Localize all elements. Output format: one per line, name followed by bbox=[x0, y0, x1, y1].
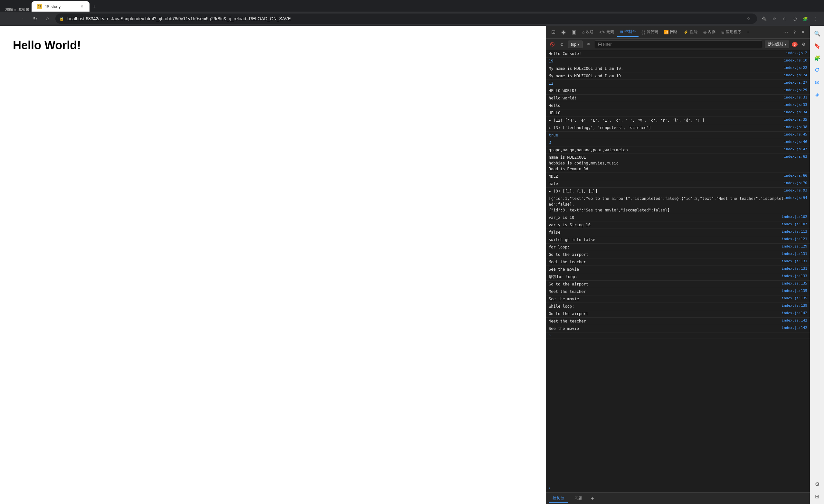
row-content: while loop: bbox=[549, 303, 782, 309]
console-settings-btn[interactable]: ⚙ bbox=[800, 41, 807, 48]
row-content: HELLO WORLD! bbox=[549, 88, 784, 94]
devtools-panel: ⊡ ◉ ▣ ⌂ 欢迎 </> 元素 ⊞ 控制台 bbox=[546, 26, 810, 504]
welcome-icon: ⌂ bbox=[582, 30, 585, 34]
address-bar[interactable]: 🔒 localhost:63342/learn-JavaScript/index… bbox=[56, 13, 757, 24]
row-content: Go to the airport bbox=[549, 311, 782, 317]
console-tab-btn[interactable]: ⊞ 控制台 bbox=[617, 28, 638, 37]
history-button[interactable]: ◷ bbox=[791, 14, 800, 23]
row-link[interactable]: index.js:66 bbox=[784, 173, 807, 178]
sidebar-time-btn[interactable]: ⏱ bbox=[812, 65, 822, 75]
application-tab-btn[interactable]: ⊟ 应用程序 bbox=[719, 28, 744, 37]
more-tools-btn[interactable]: + bbox=[744, 28, 752, 37]
clear-console-btn[interactable]: 🚫 bbox=[549, 41, 556, 48]
live-expressions-btn[interactable]: 👁 bbox=[585, 41, 592, 48]
row-link[interactable]: index.js:31 bbox=[784, 95, 807, 100]
row-link[interactable]: index.js:35 bbox=[784, 117, 807, 122]
elements-label: 元素 bbox=[606, 29, 614, 35]
forward-button[interactable]: → bbox=[17, 13, 27, 24]
home-button[interactable]: ⌂ bbox=[42, 13, 53, 24]
row-content: 12 bbox=[549, 81, 784, 86]
back-button[interactable]: ← bbox=[4, 13, 14, 24]
new-tab-button[interactable]: + bbox=[90, 3, 99, 12]
row-link[interactable]: index.js:142 bbox=[782, 326, 807, 330]
row-link[interactable]: index.js:133 bbox=[782, 274, 807, 278]
elements-tab-btn[interactable]: </> 元素 bbox=[597, 28, 616, 37]
row-content: MDLZ bbox=[549, 173, 784, 179]
row-link[interactable]: index.js:33 bbox=[784, 103, 807, 107]
row-link[interactable]: index.js:34 bbox=[784, 110, 807, 114]
row-link[interactable]: index.js:131 bbox=[782, 259, 807, 263]
row-link[interactable]: index.js:131 bbox=[782, 252, 807, 256]
refresh-button[interactable]: ↻ bbox=[30, 13, 40, 24]
extension-btn2[interactable]: 🧩 bbox=[801, 14, 810, 23]
collections-button[interactable]: ⊕ bbox=[780, 14, 789, 23]
row-link[interactable]: index.js:131 bbox=[782, 266, 807, 271]
row-link[interactable]: index.js:22 bbox=[784, 66, 807, 70]
row-link[interactable]: index.js:139 bbox=[782, 303, 807, 308]
devtools-more-btn[interactable]: ⋯ bbox=[781, 29, 790, 35]
inspect-toggle-btn[interactable]: ◉ bbox=[559, 28, 568, 37]
console-bottom-tab[interactable]: 控制台 bbox=[549, 494, 568, 503]
memory-tab-btn[interactable]: ◎ 内存 bbox=[701, 28, 718, 37]
row-link[interactable]: index.js:47 bbox=[784, 147, 807, 151]
sidebar-settings-btn[interactable]: ⚙ bbox=[812, 479, 822, 489]
row-link[interactable]: index.js:45 bbox=[784, 132, 807, 136]
console-row: [{"id":1,"text":"Go to the airport","isc… bbox=[546, 195, 810, 214]
share-button[interactable]: ⋮ bbox=[811, 14, 820, 23]
dock-toggle-btn[interactable]: ▣ bbox=[569, 28, 579, 37]
row-link[interactable]: index.js:24 bbox=[784, 73, 807, 77]
row-content: Go to the airport bbox=[549, 281, 782, 287]
row-link[interactable]: index.js:2 bbox=[786, 51, 807, 55]
sidebar-share-btn[interactable]: ◈ bbox=[812, 90, 822, 100]
row-link[interactable]: index.js:135 bbox=[782, 289, 807, 293]
row-link[interactable]: index.js:10 bbox=[784, 58, 807, 62]
row-link[interactable]: index.js:63 bbox=[784, 154, 807, 159]
star-button[interactable]: ☆ bbox=[744, 14, 753, 23]
row-link[interactable]: index.js:113 bbox=[782, 230, 807, 234]
sidebar-heart-btn[interactable]: 🔖 bbox=[812, 40, 822, 51]
dock-icon: ▣ bbox=[572, 29, 577, 35]
add-tab-btn[interactable]: + bbox=[589, 495, 596, 502]
active-tab[interactable]: JS JS study ✕ bbox=[31, 1, 90, 12]
row-link[interactable]: index.js:102 bbox=[782, 215, 807, 219]
log-level-selector[interactable]: 默认级别 ▾ bbox=[765, 40, 789, 48]
sidebar-puzzle-btn[interactable]: 🧩 bbox=[812, 53, 822, 63]
tab-close-button[interactable]: ✕ bbox=[79, 4, 84, 9]
sidebar-expand-btn[interactable]: ⊞ bbox=[812, 491, 822, 501]
console-cursor: › bbox=[549, 333, 551, 338]
console-icon: ⊞ bbox=[620, 30, 623, 34]
row-link[interactable]: index.js:70 bbox=[784, 181, 807, 185]
row-link[interactable]: index.js:27 bbox=[784, 81, 807, 85]
issues-bottom-tab[interactable]: 问题 bbox=[571, 494, 586, 503]
performance-tab-btn[interactable]: ⚡ 性能 bbox=[681, 28, 700, 37]
context-selector[interactable]: top ▾ bbox=[568, 40, 583, 48]
row-link[interactable]: index.js:129 bbox=[782, 244, 807, 248]
filter-input[interactable] bbox=[603, 42, 759, 47]
extension-btn1[interactable]: 🔌 bbox=[759, 14, 768, 23]
console-output[interactable]: Hello Console!index.js:219index.js:10My … bbox=[546, 50, 810, 483]
help-btn[interactable]: ? bbox=[791, 28, 798, 37]
row-link[interactable]: index.js:38 bbox=[784, 125, 807, 129]
row-link[interactable]: index.js:93 bbox=[784, 188, 807, 193]
row-link[interactable]: index.js:135 bbox=[782, 281, 807, 285]
row-content: ► (3) ['technology', 'computers', 'scien… bbox=[549, 125, 784, 131]
row-link[interactable]: index.js:121 bbox=[782, 237, 807, 241]
elements-toggle-btn[interactable]: ⊡ bbox=[549, 28, 558, 37]
close-devtools-btn[interactable]: ✕ bbox=[799, 28, 807, 37]
row-link[interactable]: index.js:29 bbox=[784, 88, 807, 92]
row-link[interactable]: index.js:107 bbox=[782, 222, 807, 226]
filter-toggle-btn[interactable]: ⊘ bbox=[558, 41, 565, 48]
row-link[interactable]: index.js:142 bbox=[782, 318, 807, 323]
network-tab-btn[interactable]: 📶 网络 bbox=[661, 28, 681, 37]
sidebar-outlook-btn[interactable]: ✉ bbox=[812, 77, 822, 88]
row-link[interactable]: index.js:46 bbox=[784, 140, 807, 144]
sources-tab-btn[interactable]: { } 源代码 bbox=[639, 28, 661, 37]
favorites-button[interactable]: ☆ bbox=[770, 14, 779, 23]
row-link[interactable]: index.js:135 bbox=[782, 296, 807, 300]
sidebar-search-btn[interactable]: 🔍 bbox=[812, 28, 822, 39]
welcome-tab-btn[interactable]: ⌂ 欢迎 bbox=[580, 28, 596, 37]
row-link[interactable]: index.js:94 bbox=[784, 196, 807, 200]
browser-window: 2559 × 1526 ⊞ JS JS study ✕ + ← → ↻ ⌂ 🔒 … bbox=[0, 0, 824, 504]
lock-icon: 🔒 bbox=[59, 16, 64, 21]
row-link[interactable]: index.js:142 bbox=[782, 311, 807, 315]
